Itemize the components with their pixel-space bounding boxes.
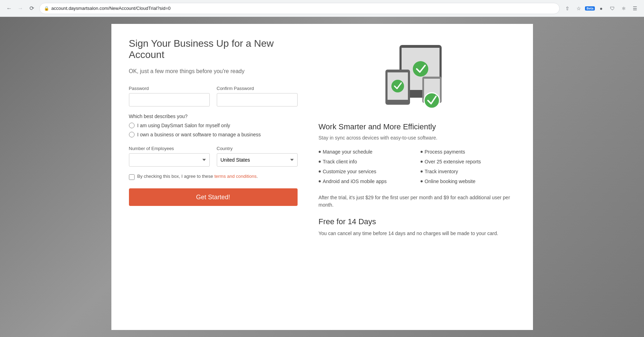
features-grid: Manage your schedule Process payments Tr… [319,148,515,186]
reload-button[interactable]: ⟳ [27,4,37,13]
page-subtitle: OK, just a few more things before you're… [129,67,298,75]
feature-item-8: Online booking website [421,177,515,186]
bullet-4 [319,180,321,182]
form-right: Work Smarter and More Efficiently Stay i… [319,38,515,316]
bullet-1 [319,151,321,153]
country-label: Country [217,146,298,151]
get-started-button[interactable]: Get Started! [129,188,298,206]
share-button[interactable]: ⇧ [562,4,572,13]
terms-checkbox[interactable] [129,174,135,180]
bullet-6 [421,161,423,163]
bookmark-button[interactable]: ☆ [574,4,584,13]
feature-item-2: Track client info [319,157,414,166]
bullet-7 [421,170,423,173]
shield-button[interactable]: 🛡 [607,4,617,13]
feature-text-1: Manage your schedule [323,149,373,155]
terms-link[interactable]: terms and conditions [214,174,256,179]
feature-item-5: Process payments [421,148,515,156]
terms-checkbox-row: By checking this box, I agree to these t… [129,174,298,180]
radio-group: Which best describes you? I am using Day… [129,114,298,137]
feature-item-3: Customize your services [319,167,414,176]
free-trial-heading: Free for 14 Days [319,217,515,226]
feature-item-1: Manage your schedule [319,148,414,156]
free-trial-text: You can cancel any time before 14 days a… [319,230,515,237]
bullet-8 [421,180,423,182]
feature-item-6: Over 25 extensive reports [421,157,515,166]
password-input[interactable] [129,93,210,106]
svg-point-5 [391,80,404,92]
toolbar-right: ⇧ ☆ Beta ● 🛡 ⚛ ☰ [562,4,640,13]
radio-option-2[interactable]: I own a business or want software to man… [129,132,298,137]
feature-text-8: Online booking website [425,179,476,184]
radio-option-1[interactable]: I am using DaySmart Salon for myself onl… [129,123,298,128]
password-label: Password [129,86,210,91]
extensions-button[interactable]: ⚛ [619,4,629,13]
svg-point-8 [424,93,440,108]
radio-input-1[interactable] [129,123,135,128]
device-illustration [378,41,456,112]
radio-group-title: Which best describes you? [129,114,298,119]
feature-text-4: Android and iOS mobile apps [323,179,387,184]
bullet-3 [319,170,321,173]
nav-buttons: ← → ⟳ [4,4,37,13]
form-container: Sign Your Business Up for a New Account … [111,24,533,330]
profile-button[interactable]: ● [596,4,606,13]
password-row: Password Confirm Password [129,86,298,106]
pricing-text: After the trial, it's just $29 for the f… [319,194,515,209]
browser-chrome: ← → ⟳ 🔒 account.daysmartsalon.com/NewAcc… [0,0,644,17]
main-content: Sign Your Business Up for a New Account … [0,17,644,337]
feature-text-7: Track inventory [425,169,458,174]
country-select[interactable]: United States Canada United Kingdom Aust… [217,153,298,167]
confirm-password-label: Confirm Password [217,86,298,91]
terms-text: By checking this box, I agree to these t… [137,174,258,179]
employees-country-row: Number of Employees 1 2-5 6-10 11-25 26-… [129,146,298,167]
forward-button[interactable]: → [15,4,25,13]
address-bar[interactable]: 🔒 account.daysmartsalon.com/NewAccount/C… [39,3,560,14]
form-left: Sign Your Business Up for a New Account … [129,38,298,316]
menu-button[interactable]: ☰ [630,4,640,13]
bullet-2 [319,161,321,163]
bullet-5 [421,151,423,153]
feature-item-7: Track inventory [421,167,515,176]
page-title: Sign Your Business Up for a New Account [129,38,298,60]
radio-label-2: I own a business or want software to man… [137,132,261,137]
lock-icon: 🔒 [44,6,49,11]
back-button[interactable]: ← [4,4,14,13]
feature-text-6: Over 25 extensive reports [425,159,481,164]
employees-label: Number of Employees [129,146,210,151]
employees-group: Number of Employees 1 2-5 6-10 11-25 26-… [129,146,210,167]
feature-text-3: Customize your services [323,169,377,174]
url-text: account.daysmartsalon.com/NewAccount/Clo… [51,6,171,11]
beta-badge: Beta [585,6,595,11]
radio-input-2[interactable] [129,132,135,137]
password-group: Password [129,86,210,106]
radio-label-1: I am using DaySmart Salon for myself onl… [137,123,230,128]
confirm-password-input[interactable] [217,93,298,106]
feature-text-2: Track client info [323,159,357,164]
feature-text-5: Process payments [425,149,465,155]
country-group: Country United States Canada United King… [217,146,298,167]
svg-point-2 [413,61,428,77]
right-subtext: Stay in sync across devices with easy-to… [319,135,515,141]
confirm-password-group: Confirm Password [217,86,298,106]
employees-select[interactable]: 1 2-5 6-10 11-25 26-50 51+ [129,153,210,167]
feature-item-4: Android and iOS mobile apps [319,177,414,186]
right-heading: Work Smarter and More Efficiently [319,122,515,131]
